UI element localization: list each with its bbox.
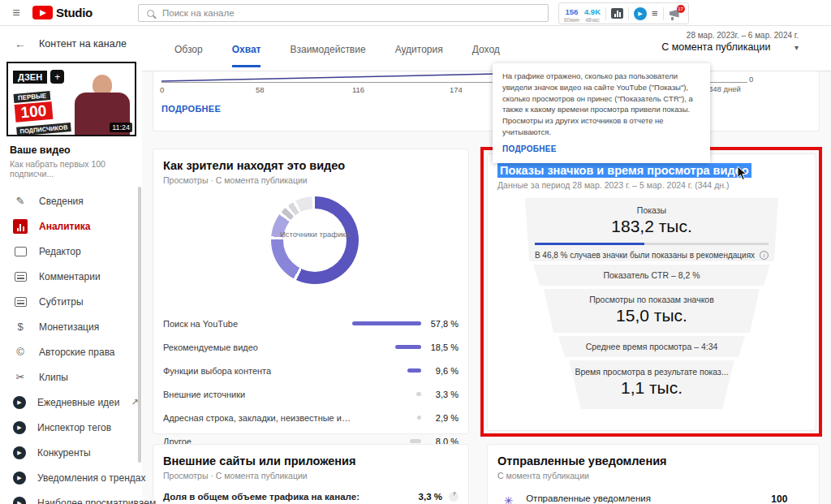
card-title: Показы значков и время просмотра видео bbox=[497, 164, 806, 177]
sidebar-item-clips[interactable]: ✂ Клипы bbox=[0, 364, 142, 390]
sidebar-item-daily-ideas[interactable]: ▶ Ежедневные идеи ↗ bbox=[0, 390, 142, 415]
sidebar-item-details[interactable]: ✎ Сведения bbox=[0, 188, 142, 213]
sidebar-item-most-viewed[interactable]: ▶ Наиболее просматриваем bbox=[0, 490, 142, 504]
back-arrow-icon[interactable]: ← bbox=[15, 37, 26, 50]
mouse-cursor bbox=[737, 166, 748, 182]
traffic-row[interactable]: Внешние источники 3,3 % bbox=[163, 382, 459, 406]
card-title: Как зрители находят это видео bbox=[163, 159, 459, 172]
period-range: 28 мар. 2023г. – 6 мар. 2024 г. bbox=[661, 31, 799, 40]
sidebar-scrollbar[interactable] bbox=[138, 187, 141, 463]
period-selector[interactable]: 28 мар. 2023г. – 6 мар. 2024 г. С момент… bbox=[661, 31, 799, 53]
tab-reach[interactable]: Охват bbox=[232, 44, 261, 67]
copyright-icon: © bbox=[13, 345, 28, 360]
funnel-level-impressions[interactable]: Показы 183,2 тыс. В 46,8 % случаев значк… bbox=[525, 198, 778, 261]
vidiq-icon: ▶ bbox=[13, 446, 26, 459]
traffic-source-list: Поиск на YouTube 57,8 % Рекомендуемые ви… bbox=[163, 312, 459, 453]
scissors-icon: ✂ bbox=[13, 370, 28, 385]
vidiq-extension-icon[interactable]: ▶ bbox=[634, 7, 647, 20]
period-mode: С момента публикации bbox=[661, 41, 770, 53]
video-thumbnail[interactable]: ДЗЕН + ПЕРВЫЕ 100 ПОДПИСЧИКОВ 11:24 bbox=[6, 62, 136, 136]
sidebar-item-trend-alerts[interactable]: ▶ Уведомления о трендах bbox=[0, 465, 142, 490]
see-more-link[interactable]: ПОДРОБНЕЕ bbox=[161, 104, 221, 114]
traffic-bar bbox=[352, 321, 421, 325]
tab-overview[interactable]: Обзор bbox=[174, 44, 203, 67]
sidebar-item-tag-inspector[interactable]: ▶ Инспектор тегов bbox=[0, 415, 142, 440]
traffic-bar bbox=[395, 345, 421, 349]
card-subtitle: Данные за период 28 мар. 2023 г. – 5 мар… bbox=[497, 180, 806, 190]
traffic-donut-chart[interactable] bbox=[271, 196, 359, 284]
funnel-level-watch-time[interactable]: Время просмотра в результате показ... 1,… bbox=[569, 360, 734, 409]
video-name: Как набрать первых 100 подписчи... bbox=[10, 159, 142, 179]
traffic-sources-card: Как зрители находят это видео Просмотры … bbox=[153, 149, 469, 434]
brand-name: Studio bbox=[56, 6, 93, 19]
search-input[interactable] bbox=[162, 8, 487, 18]
extension-menu-icon[interactable]: ≡ bbox=[652, 7, 658, 19]
studio-logo[interactable]: Studio bbox=[32, 6, 93, 19]
info-icon[interactable]: i bbox=[760, 251, 769, 260]
sidebar-item-analytics[interactable]: Аналитика bbox=[0, 213, 142, 239]
tab-audience[interactable]: Аудитория bbox=[395, 44, 443, 67]
sidebar-item-monetization[interactable]: $ Монетизация bbox=[0, 314, 142, 339]
card-subtitle: Просмотры · С момента публикации bbox=[163, 175, 459, 185]
traffic-row[interactable]: Поиск на YouTube 57,8 % bbox=[163, 312, 459, 335]
traffic-row[interactable]: Функции выбора контента 9,6 % bbox=[163, 359, 459, 382]
funnel-level-ctr[interactable]: Показатель CTR – 8,2 % bbox=[533, 265, 770, 286]
sent-notifications-card: Отправленные уведомления С момента публи… bbox=[487, 444, 820, 504]
traffic-row[interactable]: Рекомендуемые видео 18,5 % bbox=[163, 335, 459, 359]
card-subtitle: Просмотры · С момента публикации bbox=[163, 471, 459, 480]
traffic-row[interactable]: Адресная строка, закладки, неизвестные и… bbox=[163, 406, 459, 429]
funnel-level-avg-duration[interactable]: Среднее время просмотра – 4:34 bbox=[558, 336, 745, 357]
x-tick: 0 bbox=[160, 85, 164, 94]
divider bbox=[663, 7, 664, 20]
thumb-line3: ПОДПИСЧИКОВ bbox=[16, 123, 71, 136]
divider bbox=[628, 7, 629, 20]
sidebar-item-comments[interactable]: Комментарии bbox=[0, 264, 142, 289]
thumb-plus-label: + bbox=[50, 70, 64, 84]
analytics-tabs-bar: Обзор Охват Взаимодействие Аудитория Дох… bbox=[142, 26, 831, 71]
tooltip-text: На графике отражено, сколько раз пользов… bbox=[502, 71, 700, 138]
donut-center-label: Источники трафика bbox=[271, 230, 359, 239]
x-tick: 116 bbox=[352, 85, 364, 94]
megaphone-notification-icon[interactable]: 17 bbox=[669, 7, 683, 20]
editor-icon bbox=[13, 244, 28, 259]
funnel-help-tooltip: На графике отражено, сколько раз пользов… bbox=[493, 63, 710, 163]
sidebar-item-copyright[interactable]: © Авторские права bbox=[0, 339, 142, 364]
sidebar: ← Контент на канале ДЗЕН + ПЕРВЫЕ 100 ПО… bbox=[0, 26, 142, 504]
traffic-bar bbox=[407, 368, 421, 373]
sidebar-item-subtitles[interactable]: Субтитры bbox=[0, 289, 142, 314]
thumb-line2: 100 bbox=[15, 101, 53, 123]
funnel-level-views[interactable]: Просмотры по показам значков 15,0 тыс. bbox=[544, 289, 760, 333]
extension-stat-views: 156 60мин bbox=[564, 4, 579, 24]
sidebar-item-competitors[interactable]: ▶ Конкуренты bbox=[0, 440, 142, 465]
sidebar-menu: ✎ Сведения Аналитика Редактор Комментари… bbox=[0, 188, 142, 504]
analytics-icon bbox=[13, 219, 28, 234]
search-icon bbox=[147, 10, 154, 17]
vidiq-icon: ▶ bbox=[13, 472, 26, 485]
channel-search[interactable] bbox=[138, 4, 549, 22]
notification-count-badge: 17 bbox=[677, 5, 685, 13]
card-title: Внешние сайты или приложения bbox=[163, 454, 459, 467]
selected-title-text: Показы значков и время просмотра видео bbox=[497, 163, 751, 178]
chart-extension-icon[interactable] bbox=[611, 8, 623, 19]
divider bbox=[605, 7, 606, 20]
youtube-logo-icon bbox=[32, 6, 53, 19]
x-axis-label: 348 дней bbox=[708, 84, 741, 93]
mini-pie-icon bbox=[449, 492, 459, 502]
notifications-row: ✳ Отправленные уведомления 665: число по… bbox=[497, 493, 809, 504]
vidiq-icon: ▶ bbox=[13, 396, 26, 409]
external-sites-card: Внешние сайты или приложения Просмотры ·… bbox=[153, 444, 469, 504]
comments-icon bbox=[13, 269, 28, 284]
thumb-dzen-label: ДЗЕН bbox=[13, 71, 47, 84]
chevron-down-icon: ▾ bbox=[794, 43, 799, 52]
tab-engagement[interactable]: Взаимодействие bbox=[290, 44, 365, 67]
back-to-channel-content[interactable]: ← Контент на канале bbox=[0, 26, 142, 58]
x-tick: 58 bbox=[256, 85, 265, 94]
video-section-title: Ваше видео bbox=[10, 144, 142, 156]
impressions-funnel-chart: Показы 183,2 тыс. В 46,8 % случаев значк… bbox=[497, 198, 806, 409]
video-duration-badge: 11:24 bbox=[110, 123, 132, 132]
impressions-split-bar bbox=[535, 243, 769, 245]
sidebar-item-editor[interactable]: Редактор bbox=[0, 239, 142, 264]
hamburger-menu-icon[interactable]: ≡ bbox=[0, 6, 32, 20]
tooltip-learn-more-link[interactable]: ПОДРОБНЕЕ bbox=[502, 144, 557, 153]
series-end-value: 0 bbox=[749, 75, 753, 84]
